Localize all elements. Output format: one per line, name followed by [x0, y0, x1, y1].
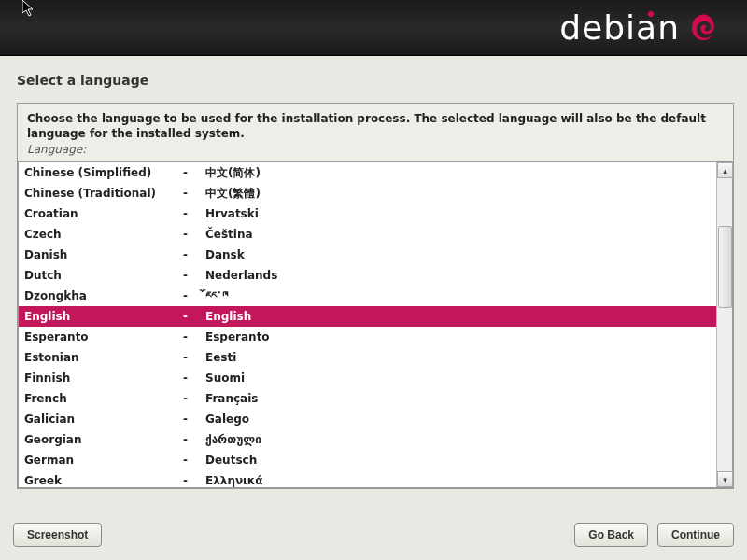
separator: - — [183, 166, 205, 179]
language-name: Finnish — [24, 371, 183, 385]
separator: - — [183, 474, 205, 487]
language-native: Deutsch — [205, 454, 257, 467]
footer-bar: Screenshot Go Back Continue — [13, 523, 734, 547]
language-name: Chinese (Simplified) — [24, 166, 183, 179]
separator: - — [183, 248, 205, 261]
separator: - — [183, 289, 205, 302]
separator: - — [183, 187, 205, 200]
language-native: Galego — [205, 413, 249, 426]
language-name: German — [24, 454, 183, 467]
language-native: 中文(繁體) — [205, 186, 261, 202]
language-name: Dutch — [24, 269, 183, 282]
language-native: ქართული — [205, 433, 261, 446]
separator: - — [183, 228, 205, 241]
main-box: Choose the language to be used for the i… — [17, 103, 734, 489]
language-native: 中文(简体) — [205, 165, 261, 181]
language-row[interactable]: Galician-Galego — [19, 409, 716, 429]
language-name: Greek — [24, 474, 183, 487]
language-row[interactable]: Chinese (Traditional)-中文(繁體) — [19, 183, 716, 203]
language-native: Eesti — [205, 351, 236, 364]
language-row[interactable]: Greek-Ελληνικά — [19, 470, 716, 487]
continue-button[interactable]: Continue — [657, 523, 734, 547]
language-row[interactable]: Esperanto-Esperanto — [19, 327, 716, 347]
language-native: Hrvatski — [205, 207, 259, 220]
separator: - — [183, 207, 205, 220]
language-native: Dansk — [205, 248, 245, 261]
language-name: Croatian — [24, 207, 183, 220]
language-row[interactable]: Danish-Dansk — [19, 245, 716, 265]
language-native: Nederlands — [205, 269, 277, 282]
language-row[interactable]: Dutch-Nederlands — [19, 265, 716, 286]
language-name: Czech — [24, 228, 183, 241]
language-row[interactable]: Croatian-Hrvatski — [19, 203, 716, 224]
language-name: Georgian — [24, 433, 183, 446]
debian-swirl-icon — [687, 11, 721, 45]
language-list-wrapper: Chinese (Simplified)-中文(简体)Chinese (Trad… — [18, 161, 733, 488]
language-row[interactable]: Georgian-ქართული — [19, 429, 716, 450]
language-name: Chinese (Traditional) — [24, 187, 183, 200]
language-row[interactable]: Dzongkha-ཇོང་ཁ — [19, 286, 716, 306]
language-row[interactable]: Czech-Čeština — [19, 224, 716, 245]
separator: - — [183, 392, 205, 405]
go-back-button[interactable]: Go Back — [574, 523, 648, 547]
language-name: Galician — [24, 413, 183, 426]
language-native: Français — [205, 392, 258, 405]
language-native: Čeština — [205, 228, 253, 241]
separator: - — [183, 310, 205, 323]
language-name: English — [24, 310, 183, 323]
content-area: Select a language Choose the language to… — [0, 56, 747, 489]
separator: - — [183, 413, 205, 426]
language-native: Ελληνικά — [205, 474, 263, 487]
separator: - — [183, 330, 205, 343]
language-label: Language: — [27, 143, 724, 156]
language-name: Danish — [24, 248, 183, 261]
language-native: Suomi — [205, 371, 245, 385]
separator: - — [183, 371, 205, 385]
debian-logo-text: debian — [559, 8, 680, 47]
scroll-down-button[interactable]: ▾ — [717, 471, 733, 487]
nav-button-group: Go Back Continue — [574, 523, 734, 547]
separator: - — [183, 454, 205, 467]
scroll-up-button[interactable]: ▴ — [717, 162, 733, 178]
language-name: Esperanto — [24, 330, 183, 343]
language-name: Dzongkha — [24, 289, 183, 302]
scroll-thumb[interactable] — [718, 226, 732, 308]
separator: - — [183, 269, 205, 282]
language-name: French — [24, 392, 183, 405]
language-native: English — [205, 310, 251, 323]
language-name: Estonian — [24, 351, 183, 364]
page-title: Select a language — [17, 73, 734, 88]
language-native: ཇོང་ཁ — [205, 289, 228, 302]
language-row[interactable]: Chinese (Simplified)-中文(简体) — [19, 162, 716, 183]
language-native: Esperanto — [205, 330, 270, 343]
scrollbar[interactable]: ▴ ▾ — [716, 162, 732, 487]
language-row[interactable]: Finnish-Suomi — [19, 368, 716, 388]
language-row[interactable]: French-Français — [19, 388, 716, 409]
screenshot-button[interactable]: Screenshot — [13, 523, 102, 547]
instruction-text: Choose the language to be used for the i… — [27, 111, 724, 141]
separator: - — [183, 351, 205, 364]
separator: - — [183, 433, 205, 446]
language-list[interactable]: Chinese (Simplified)-中文(简体)Chinese (Trad… — [19, 162, 716, 487]
language-row[interactable]: German-Deutsch — [19, 450, 716, 470]
header-bar: debian — [0, 0, 747, 56]
language-row[interactable]: English-English — [19, 306, 716, 327]
language-row[interactable]: Estonian-Eesti — [19, 347, 716, 368]
